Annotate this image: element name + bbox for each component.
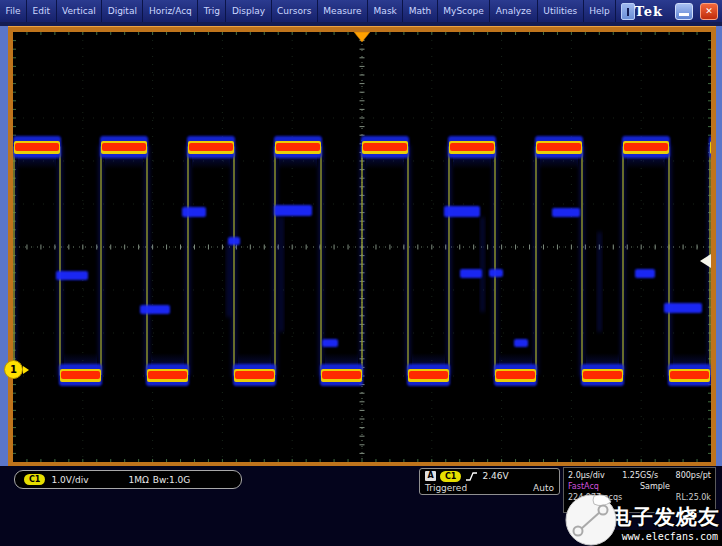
minimize-icon — [679, 13, 689, 16]
sample-resolution: 800ps/pt — [676, 470, 711, 481]
rising-edge-icon — [465, 471, 478, 482]
scope-display-area: 1 — [0, 22, 722, 466]
menu-item-measure[interactable]: Measure — [318, 0, 368, 22]
graticule[interactable] — [13, 32, 711, 462]
trigger-level-marker — [700, 254, 711, 268]
menu-item-help[interactable]: Help — [584, 0, 617, 22]
graticule-frame — [8, 26, 716, 466]
menu-item-vertical[interactable]: Vertical — [57, 0, 103, 22]
pointer-tool-button[interactable] — [621, 3, 634, 20]
menu-item-file[interactable]: File — [0, 0, 27, 22]
vertical-scale: 1.0V/div — [51, 475, 88, 485]
minimize-button[interactable] — [675, 3, 693, 20]
trigger-mode: Auto — [533, 483, 554, 493]
status-bar: C1 1.0V/div 1MΩ Bw:1.0G A C1 2.46V Trigg… — [0, 466, 722, 546]
sample-rate: 1.25GS/s — [622, 470, 658, 481]
watermark-title: 电子发烧友 — [610, 503, 720, 531]
menu-item-analyze[interactable]: Analyze — [490, 0, 537, 22]
menu-item-digital[interactable]: Digital — [102, 0, 143, 22]
tek-logo: Tek — [635, 4, 663, 19]
trigger-source-badge: A — [425, 471, 436, 481]
trigger-readout[interactable]: A C1 2.46V Triggered Auto — [419, 468, 560, 495]
channel1-position-marker[interactable]: 1 — [4, 360, 29, 379]
channel1-badge: 1 — [4, 360, 23, 379]
timebase: 2.0μs/div — [568, 470, 605, 481]
trigger-status: Triggered — [425, 483, 467, 493]
cursor-icon — [627, 8, 629, 16]
menu-bar: File Edit Vertical Digital Horiz/Acq Tri… — [0, 0, 722, 22]
menu-item-math[interactable]: Math — [403, 0, 438, 22]
channel1-arrow-icon — [23, 366, 29, 374]
trigger-channel-badge: C1 — [440, 471, 461, 482]
elecfans-logo-icon — [564, 492, 618, 546]
menu-item-mask[interactable]: Mask — [368, 0, 403, 22]
menu-item-edit[interactable]: Edit — [27, 0, 56, 22]
menu-item-display[interactable]: Display — [226, 0, 271, 22]
oscilloscope-window: File Edit Vertical Digital Horiz/Acq Tri… — [0, 0, 722, 546]
watermark: www.elecfans.com 电子发烧友 — [564, 490, 722, 546]
input-impedance: 1MΩ — [128, 475, 148, 485]
menu-item-myscope[interactable]: MyScope — [438, 0, 491, 22]
channel-readout[interactable]: C1 1.0V/div 1MΩ Bw:1.0G — [14, 470, 242, 489]
channel-badge: C1 — [24, 474, 45, 485]
trigger-position-marker — [354, 32, 370, 42]
menu-item-cursors[interactable]: Cursors — [272, 0, 318, 22]
bandwidth-limit: Bw:1.0G — [153, 475, 190, 485]
waveform-plot — [13, 32, 711, 462]
trigger-level: 2.46V — [482, 471, 508, 481]
close-button[interactable]: ✕ — [700, 3, 718, 20]
menu-item-utilities[interactable]: Utilities — [538, 0, 584, 22]
menu-item-trig[interactable]: Trig — [198, 0, 226, 22]
menu-item-horiz-acq[interactable]: Horiz/Acq — [143, 0, 198, 22]
